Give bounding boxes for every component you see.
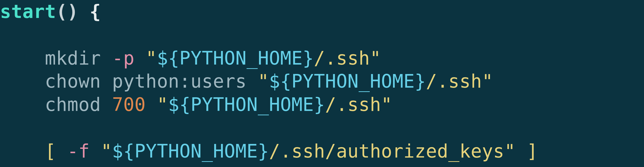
path: /.ssh/authorized_keys <box>269 140 504 162</box>
var-close: } <box>302 47 314 69</box>
code-editor[interactable]: start() { mkdir -p "${PYTHON_HOME}/.ssh"… <box>0 0 644 163</box>
cmd-chmod: chmod <box>45 94 112 115</box>
var-close: } <box>314 94 325 115</box>
var-name: PYTHON_HOME <box>292 70 415 92</box>
quote-open: " <box>258 70 269 92</box>
quote-open: " <box>146 47 157 69</box>
quote-close: " <box>381 94 392 115</box>
cmd-mkdir: mkdir <box>45 47 112 69</box>
var-name: PYTHON_HOME <box>179 47 302 69</box>
mode-700: 700 <box>112 94 157 115</box>
var-open: ${ <box>269 70 292 92</box>
indent <box>0 70 45 92</box>
parens: () <box>56 1 78 22</box>
var-open: ${ <box>157 47 180 69</box>
var-name: PYTHON_HOME <box>134 140 258 162</box>
cmd-chown: chown <box>45 70 112 92</box>
indent <box>0 47 45 69</box>
var-open: ${ <box>168 94 191 115</box>
quote-open: " <box>101 140 112 162</box>
quote-open: " <box>157 94 168 115</box>
indent <box>0 140 45 162</box>
path: /.ssh <box>426 70 482 92</box>
opt-f: -f <box>67 140 101 162</box>
path: /.ssh <box>314 47 370 69</box>
path: /.ssh <box>325 94 381 115</box>
quote-close: " <box>482 70 493 92</box>
indent <box>0 94 45 115</box>
var-close: } <box>258 140 269 162</box>
test-close-bracket: ] <box>516 140 538 162</box>
opt-p: -p <box>112 47 146 69</box>
quote-close: " <box>504 140 516 162</box>
var-open: ${ <box>112 140 135 162</box>
var-close: } <box>415 70 426 92</box>
quote-close: " <box>370 47 381 69</box>
function-name: start <box>0 1 56 22</box>
brace-open: { <box>90 1 101 22</box>
space <box>78 1 90 22</box>
test-open-bracket: [ <box>45 140 67 162</box>
var-name: PYTHON_HOME <box>190 94 314 115</box>
arg-owner: python:users <box>112 70 258 92</box>
